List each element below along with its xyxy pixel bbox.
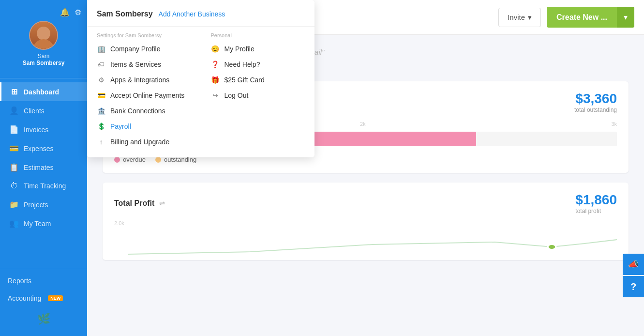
- items-services-icon: 🏷: [97, 61, 105, 68]
- settings-icon[interactable]: ⚙: [75, 8, 81, 17]
- dropdown-item-accept-online-payments[interactable]: 💳 Accept Online Payments: [95, 88, 193, 103]
- sidebar-item-dashboard[interactable]: ⊞ Dashboard: [0, 82, 87, 101]
- sidebar-item-projects[interactable]: 📁 Projects: [0, 195, 87, 214]
- create-new-button[interactable]: Create New ... ▾: [547, 7, 634, 28]
- dropdown-body: Settings for Sam Sombersy 🏢 Company Prof…: [87, 27, 315, 150]
- accounting-new-badge: NEW: [48, 295, 63, 301]
- sidebar-item-label-dashboard: Dashboard: [24, 88, 59, 96]
- dropdown-item-my-profile[interactable]: 😊 My Profile: [209, 41, 307, 57]
- profit-chart-card: Total Profit ⇌ $1,860 total profit 2.0k: [103, 183, 629, 260]
- sidebar-item-accounting[interactable]: Accounting NEW: [0, 290, 87, 307]
- my-profile-icon: 😊: [211, 45, 220, 53]
- profit-amount: $1,860: [575, 192, 617, 208]
- leaf-icon: 🌿: [37, 313, 50, 325]
- estimates-icon: 📋: [9, 163, 19, 172]
- accept-payments-icon: 💳: [97, 92, 105, 99]
- create-new-arrow-icon: ▾: [617, 7, 634, 28]
- dropdown-username: Sam Sombersy: [97, 10, 153, 18]
- sidebar-item-my-team[interactable]: 👥 My Team: [0, 214, 87, 233]
- bank-connections-icon: 🏦: [97, 107, 105, 115]
- dropdown-item-payroll[interactable]: 💲 Payroll: [95, 119, 193, 134]
- help-float-icon: ?: [630, 281, 636, 292]
- profit-chart-area: 2.0k: [114, 220, 617, 259]
- log-out-icon: ↪: [211, 92, 220, 99]
- help-float-button[interactable]: ?: [623, 276, 644, 297]
- dropdown-item-bank-connections[interactable]: 🏦 Bank Connections: [95, 103, 193, 119]
- sidebar-item-expenses[interactable]: 💳 Expenses: [0, 139, 87, 158]
- gift-card-label: $25 Gift Card: [225, 76, 265, 84]
- expenses-icon: 💳: [9, 144, 19, 153]
- my-profile-label: My Profile: [225, 45, 255, 53]
- sidebar-item-invoices[interactable]: 📄 Invoices: [0, 120, 87, 139]
- payroll-label: Payroll: [110, 122, 131, 130]
- company-profile-icon: 🏢: [97, 45, 105, 53]
- dropdown-item-gift-card[interactable]: 🎁 $25 Gift Card: [209, 72, 307, 88]
- sidebar-bottom: Reports Accounting NEW 🌿: [0, 272, 87, 336]
- notifications-icon[interactable]: 🔔: [60, 8, 70, 17]
- megaphone-icon: 📣: [628, 259, 639, 270]
- sidebar-item-label-expenses: Expenses: [24, 145, 53, 153]
- avatar[interactable]: [29, 21, 58, 50]
- items-services-label: Items & Services: [110, 61, 161, 68]
- projects-icon: 📁: [9, 200, 19, 209]
- dropdown-item-company-profile[interactable]: 🏢 Company Profile: [95, 41, 193, 57]
- personal-column: Personal 😊 My Profile ❓ Need Help? 🎁 $25…: [201, 32, 315, 150]
- sidebar-item-label-estimates: Estimates: [24, 164, 53, 171]
- sidebar-item-estimates[interactable]: 📋 Estimates: [0, 158, 87, 177]
- add-another-business-link[interactable]: Add Another Business: [159, 10, 225, 18]
- invoices-icon: 📄: [9, 125, 19, 134]
- reports-label: Reports: [8, 277, 31, 285]
- billing-upgrade-label: Billing and Upgrade: [110, 138, 169, 146]
- profit-axis-label: 2.0k: [114, 220, 124, 226]
- overdue-dot: [114, 157, 120, 163]
- filter-icon[interactable]: ⇌: [159, 199, 165, 207]
- sidebar-item-time-tracking[interactable]: ⏱ Time Tracking: [0, 177, 87, 195]
- gift-card-icon: 🎁: [211, 76, 220, 84]
- clients-icon: 👤: [9, 106, 19, 115]
- dropdown-item-items-services[interactable]: 🏷 Items & Services: [95, 57, 193, 72]
- sidebar-item-label-time-tracking: Time Tracking: [24, 182, 66, 190]
- outstanding-amount: $3,360: [574, 91, 617, 107]
- sidebar-item-reports[interactable]: Reports: [0, 272, 87, 290]
- sidebar-user-name: Sam: [38, 53, 50, 60]
- dropdown-item-apps-integrations[interactable]: ⚙ Apps & Integrations: [95, 72, 193, 88]
- profit-title-text: Total Profit: [114, 199, 154, 208]
- log-out-label: Log Out: [225, 92, 249, 99]
- personal-section-title: Personal: [209, 32, 307, 38]
- outstanding-dot: [155, 157, 161, 163]
- billing-upgrade-icon: ↑: [97, 138, 105, 146]
- company-profile-label: Company Profile: [110, 45, 161, 53]
- sidebar-business-name: Sam Sombersy: [23, 60, 65, 66]
- user-dropdown-menu: Sam Sombersy Add Another Business Settin…: [87, 0, 315, 157]
- profit-title-block: Total Profit ⇌: [114, 199, 165, 208]
- sidebar: 🔔 ⚙ Sam Sam Sombersy ⊞ Dashboard 👤 Clien…: [0, 0, 87, 336]
- right-float-buttons: 📣 ?: [623, 254, 644, 297]
- sidebar-item-label-clients: Clients: [24, 107, 45, 115]
- settings-column: Settings for Sam Sombersy 🏢 Company Prof…: [87, 32, 201, 150]
- sidebar-nav: ⊞ Dashboard 👤 Clients 📄 Invoices 💳 Expen…: [0, 82, 87, 264]
- profit-line-chart: [128, 225, 617, 259]
- need-help-icon: ❓: [211, 61, 220, 68]
- dropdown-header: Sam Sombersy Add Another Business: [87, 10, 315, 27]
- accounting-label: Accounting: [8, 294, 41, 302]
- invite-button[interactable]: Invite ▾: [498, 8, 541, 27]
- dashboard-icon: ⊞: [9, 87, 19, 96]
- accept-payments-label: Accept Online Payments: [110, 92, 184, 99]
- sidebar-item-clients[interactable]: 👤 Clients: [0, 101, 87, 120]
- outstanding-total: $3,360 total outstanding: [574, 91, 617, 113]
- sidebar-top-icons: 🔔 ⚙: [0, 8, 87, 17]
- apps-integrations-label: Apps & Integrations: [110, 76, 169, 84]
- dropdown-item-billing-upgrade[interactable]: ↑ Billing and Upgrade: [95, 134, 193, 150]
- dropdown-item-need-help[interactable]: ❓ Need Help?: [209, 57, 307, 72]
- payroll-icon: 💲: [97, 122, 105, 130]
- time-tracking-icon: ⏱: [9, 182, 19, 190]
- sidebar-top: 🔔 ⚙ Sam Sam Sombersy: [0, 8, 87, 74]
- megaphone-float-button[interactable]: 📣: [623, 254, 644, 275]
- sidebar-divider: [0, 78, 87, 78]
- sidebar-item-label-my-team: My Team: [24, 220, 51, 228]
- axis-2k: 2k: [360, 121, 366, 127]
- create-new-label: Create New ...: [547, 7, 617, 28]
- settings-section-title: Settings for Sam Sombersy: [95, 32, 193, 38]
- dropdown-item-log-out[interactable]: ↪ Log Out: [209, 88, 307, 103]
- sidebar-leaf: 🌿: [0, 307, 87, 331]
